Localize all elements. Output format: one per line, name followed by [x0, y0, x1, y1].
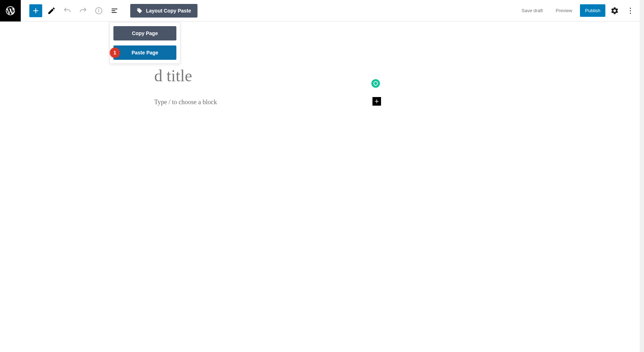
toolbar-left-group: Layout Copy Paste — [21, 4, 197, 18]
redo-button[interactable] — [77, 4, 89, 17]
outline-button[interactable] — [108, 4, 121, 17]
paste-page-label: Paste Page — [132, 50, 158, 56]
redo-icon — [79, 6, 87, 15]
plus-icon — [31, 6, 40, 15]
grammarly-badge[interactable] — [371, 79, 380, 88]
vertical-scrollbar[interactable] — [640, 0, 644, 352]
svg-point-8 — [630, 8, 631, 9]
grammarly-icon — [373, 81, 378, 86]
more-options-button[interactable] — [624, 4, 637, 17]
editor-canvas: d title Type / to choose a block — [0, 21, 644, 47]
settings-button[interactable] — [608, 4, 621, 17]
block-text-placeholder[interactable]: Type / to choose a block — [154, 98, 217, 106]
svg-point-4 — [99, 9, 99, 9]
post-title-placeholder[interactable]: d title — [154, 66, 192, 85]
paste-page-button[interactable]: Paste Page 1 — [113, 45, 176, 60]
info-button[interactable] — [92, 4, 105, 17]
svg-point-10 — [630, 13, 631, 14]
layout-copy-paste-button[interactable]: Layout Copy Paste — [130, 4, 197, 18]
toolbar-right-group: Save draft Preview Publish — [517, 4, 637, 17]
annotation-badge: 1 — [110, 48, 120, 58]
info-icon — [94, 6, 103, 15]
gear-icon — [610, 6, 619, 15]
plus-icon — [374, 98, 380, 105]
top-toolbar: Layout Copy Paste Save draft Preview Pub… — [0, 0, 644, 21]
add-block-toggle-button[interactable] — [29, 4, 42, 17]
tag-icon — [137, 8, 142, 14]
preview-button[interactable]: Preview — [551, 4, 577, 17]
dots-vertical-icon — [626, 6, 635, 15]
save-draft-button[interactable]: Save draft — [517, 4, 548, 17]
inline-add-block-button[interactable] — [372, 97, 381, 106]
list-icon — [110, 6, 119, 15]
undo-icon — [63, 6, 72, 15]
pencil-icon — [47, 6, 56, 15]
edit-mode-button[interactable] — [45, 4, 58, 17]
wordpress-logo[interactable] — [0, 0, 21, 21]
wordpress-icon — [5, 5, 16, 16]
undo-button[interactable] — [61, 4, 74, 17]
svg-point-9 — [630, 10, 631, 11]
publish-button[interactable]: Publish — [580, 4, 605, 17]
layout-button-label: Layout Copy Paste — [146, 8, 191, 14]
